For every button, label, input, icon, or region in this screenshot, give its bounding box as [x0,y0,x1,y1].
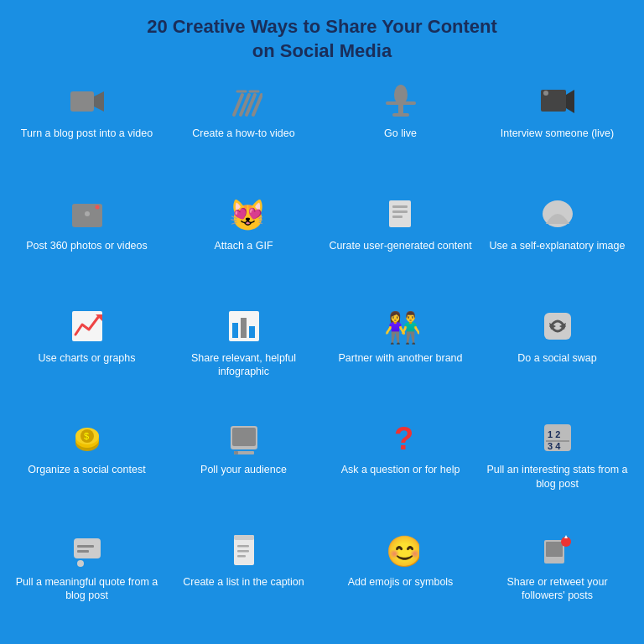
svg-rect-43 [234,451,238,454]
item-label-16: Pull an interesting stats from a blog po… [484,463,631,491]
item-label-3: Go live [384,127,417,140]
svg-rect-21 [392,205,408,208]
svg-text:1 2: 1 2 [548,429,560,439]
grid-item-15: ?Ask a question or for help [322,411,479,523]
grid-item-3: Go live [322,75,479,187]
svg-text:👫: 👫 [384,309,419,345]
item-label-5: Post 360 photos or videos [26,239,148,252]
grid-item-9: Use charts or graphs [8,299,165,412]
svg-rect-32 [544,313,571,340]
svg-rect-56 [237,550,249,553]
item-label-15: Ask a question or for help [341,463,460,476]
svg-rect-57 [237,555,246,558]
item-icon-20 [539,530,576,570]
svg-text:?: ? [394,421,413,456]
item-label-9: Use charts or graphs [38,351,135,365]
item-label-18: Create a list in the caption [183,575,304,589]
svg-text:3 4: 3 4 [548,441,561,451]
item-icon-19: 😊 [382,530,419,570]
item-icon-9 [69,306,106,346]
svg-rect-51 [77,545,94,548]
item-icon-18 [226,530,262,570]
grid-item-17: Pull a meaningful quote from a blog post [8,523,165,636]
svg-text:$: $ [84,431,89,441]
svg-rect-28 [232,323,238,338]
item-label-2: Create a how-to video [192,127,294,140]
item-label-20: Share or retweet your followers' posts [484,575,631,603]
item-icon-14 [226,418,262,458]
item-label-17: Pull a meaningful quote from a blog post [13,575,160,603]
item-label-13: Organize a social contest [28,463,145,476]
item-icon-3 [382,81,419,122]
svg-point-50 [77,560,84,567]
grid-item-8: Use a self-explanatory image [479,187,636,299]
svg-marker-13 [566,90,574,113]
item-icon-8 [539,194,576,234]
page-title: 20 Creative Ways to Share Your Content o… [147,15,497,63]
content-grid: Turn a blog post into a videoCreate a ho… [8,75,636,636]
item-icon-7 [382,194,419,234]
svg-rect-0 [70,91,94,112]
grid-item-16: 1 23 4Pull an interesting stats from a b… [479,411,636,523]
page-container: 20 Creative Ways to Share Your Content o… [0,0,644,644]
item-icon-12 [539,306,576,346]
grid-item-11: 👫Partner with another brand [322,299,479,412]
item-label-1: Turn a blog post into a video [21,127,153,140]
svg-rect-54 [234,535,254,540]
item-label-14: Poll your audience [200,463,287,476]
item-icon-4 [539,81,576,122]
item-label-11: Partner with another brand [338,351,462,365]
svg-rect-22 [392,210,408,213]
item-icon-16: 1 23 4 [539,418,576,458]
svg-rect-30 [249,326,255,338]
item-label-19: Add emojis or symbols [348,575,454,589]
svg-rect-49 [74,538,101,558]
svg-rect-20 [389,200,411,227]
grid-item-1: Turn a blog post into a video [8,75,165,187]
svg-point-14 [543,91,548,96]
grid-item-6: 😻Attach a GIF [165,187,322,299]
grid-item-20: Share or retweet your followers' posts [479,523,636,636]
title-line1: 20 Creative Ways to Share Your Content [147,16,497,37]
item-icon-11: 👫 [382,306,419,346]
svg-text:😊: 😊 [386,533,419,569]
svg-rect-55 [237,545,249,548]
grid-item-2: Create a how-to video [165,75,322,187]
grid-item-10: Share relevant, helpful infographic [165,299,322,412]
item-label-4: Interview someone (live) [501,127,614,140]
item-icon-5 [69,194,106,234]
item-icon-6: 😻 [226,194,262,234]
grid-item-14: Poll your audience [165,411,322,523]
svg-rect-60 [546,542,563,557]
svg-text:😻: 😻 [229,197,262,232]
item-label-10: Share relevant, helpful infographic [170,351,317,379]
svg-rect-9 [386,101,416,105]
svg-rect-23 [392,216,402,218]
grid-item-18: Create a list in the caption [165,523,322,636]
title-line2: on Social Media [252,40,392,61]
svg-rect-10 [398,105,403,113]
svg-point-17 [85,211,90,216]
item-icon-15: ? [382,418,419,458]
svg-marker-1 [94,91,104,112]
grid-item-13: $Organize a social contest [8,411,165,523]
grid-item-4: Interview someone (live) [479,75,636,187]
svg-rect-41 [232,428,256,446]
svg-rect-29 [241,318,247,338]
svg-rect-11 [392,113,409,117]
item-label-8: Use a self-explanatory image [490,239,626,252]
item-label-6: Attach a GIF [214,239,273,252]
grid-item-7: Curate user-generated content [322,187,479,299]
item-label-7: Curate user-generated content [329,239,471,252]
grid-item-12: Do a social swap [479,299,636,412]
item-icon-1 [69,81,106,122]
item-icon-10 [226,306,262,346]
item-icon-13: $ [69,418,106,458]
item-icon-2 [226,81,262,122]
item-icon-17 [69,530,106,570]
grid-item-19: 😊Add emojis or symbols [322,523,479,636]
svg-rect-52 [77,550,89,553]
grid-item-5: Post 360 photos or videos [8,187,165,299]
svg-marker-62 [564,535,568,538]
svg-point-18 [95,205,99,209]
